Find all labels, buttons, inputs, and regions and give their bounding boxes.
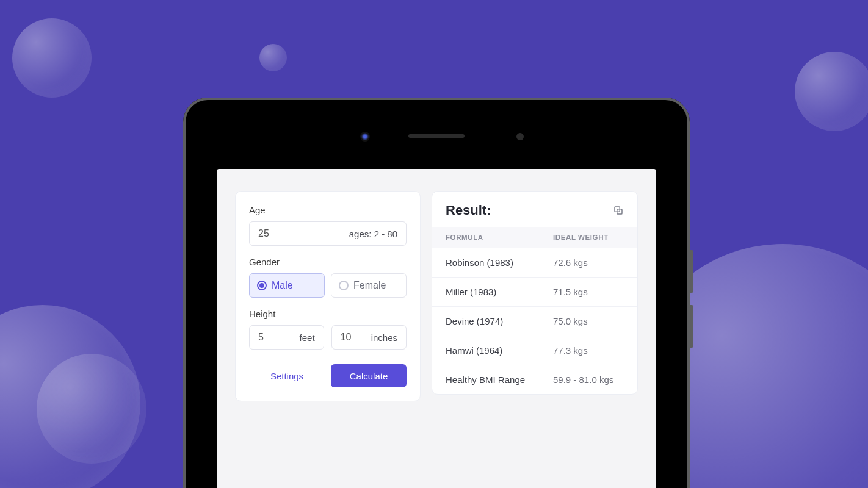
gender-male-label: Male — [272, 280, 293, 291]
bg-bubble — [37, 354, 146, 464]
weight-cell: 75.0 kgs — [553, 316, 624, 326]
radio-icon — [257, 281, 267, 290]
height-inches-unit: inches — [371, 332, 397, 343]
tablet-side-button — [690, 250, 693, 293]
gender-female-label: Female — [353, 280, 386, 291]
gender-female-radio[interactable]: Female — [331, 273, 407, 298]
app-screen: Age ages: 2 - 80 Gender Male — [217, 169, 656, 488]
formula-cell: Miller (1983) — [446, 287, 553, 297]
weight-cell: 72.6 kgs — [553, 257, 624, 268]
weight-cell: 71.5 kgs — [553, 287, 624, 297]
result-row: Robinson (1983)72.6 kgs — [432, 248, 637, 277]
gender-male-radio[interactable]: Male — [249, 273, 325, 298]
sensor-icon — [516, 133, 524, 140]
age-hint: ages: 2 - 80 — [349, 229, 397, 239]
formula-cell: Hamwi (1964) — [446, 345, 553, 356]
bg-bubble — [12, 18, 92, 98]
results-card: Result: FORMULA IDEAL WEIGHT Robinson (1… — [432, 191, 638, 395]
height-inches-box[interactable]: inches — [331, 325, 407, 350]
height-inches-input[interactable] — [341, 332, 371, 343]
input-form-card: Age ages: 2 - 80 Gender Male — [235, 191, 421, 401]
height-feet-box[interactable]: feet — [249, 325, 324, 350]
height-feet-input[interactable] — [258, 332, 289, 343]
result-rows: Robinson (1983)72.6 kgsMiller (1983)71.5… — [432, 248, 637, 394]
weight-cell: 59.9 - 81.0 kgs — [553, 375, 624, 385]
gender-label: Gender — [249, 257, 407, 267]
result-title: Result: — [446, 203, 491, 218]
weight-cell: 77.3 kgs — [553, 345, 624, 356]
height-feet-unit: feet — [300, 332, 315, 343]
age-label: Age — [249, 205, 407, 215]
copy-icon[interactable] — [613, 205, 624, 216]
settings-button[interactable]: Settings — [249, 364, 325, 387]
result-header-row: FORMULA IDEAL WEIGHT — [432, 227, 637, 248]
result-row: Miller (1983)71.5 kgs — [432, 277, 637, 306]
height-label: Height — [249, 309, 407, 319]
result-row: Devine (1974)75.0 kgs — [432, 306, 637, 336]
bg-bubble — [795, 52, 868, 131]
formula-cell: Healthy BMI Range — [446, 375, 553, 385]
col-weight-header: IDEAL WEIGHT — [553, 234, 624, 241]
age-input[interactable] — [258, 228, 289, 239]
tablet-side-button — [690, 305, 693, 348]
result-row: Healthy BMI Range59.9 - 81.0 kgs — [432, 365, 637, 394]
result-row: Hamwi (1964)77.3 kgs — [432, 336, 637, 365]
radio-icon — [339, 281, 349, 290]
camera-icon — [360, 132, 370, 142]
calculate-button[interactable]: Calculate — [331, 364, 407, 387]
bg-bubble — [259, 44, 287, 71]
age-input-box[interactable]: ages: 2 - 80 — [249, 221, 407, 246]
tablet-frame: Age ages: 2 - 80 Gender Male — [183, 98, 690, 488]
formula-cell: Robinson (1983) — [446, 257, 553, 268]
col-formula-header: FORMULA — [446, 234, 553, 241]
formula-cell: Devine (1974) — [446, 316, 553, 326]
